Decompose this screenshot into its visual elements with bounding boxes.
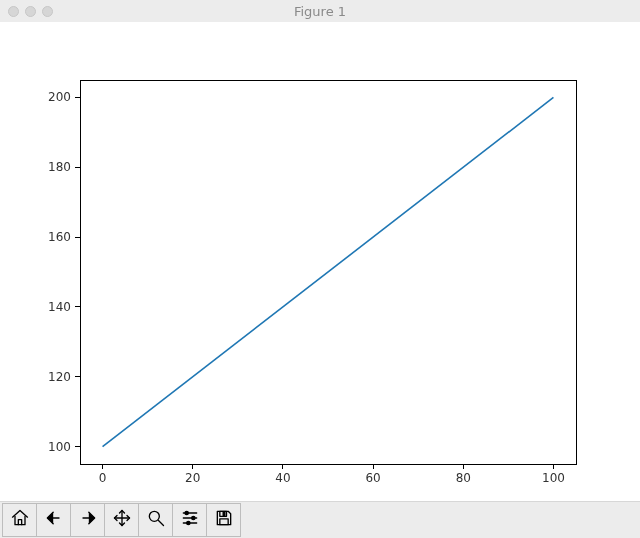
svg-point-14 [185, 511, 188, 514]
chart-area[interactable]: 020406080100 100120140160180200 [0, 22, 640, 502]
y-tick-label: 200 [48, 90, 71, 104]
line-series [103, 97, 554, 446]
configure-subplots-button[interactable] [172, 503, 207, 537]
x-tick-label: 100 [542, 471, 565, 485]
arrow-left-icon [44, 508, 64, 532]
y-tick-label: 180 [48, 160, 71, 174]
y-tick-label: 140 [48, 300, 71, 314]
window-titlebar: Figure 1 [0, 0, 640, 23]
save-icon [214, 508, 234, 532]
sliders-icon [180, 508, 200, 532]
svg-point-13 [149, 511, 159, 521]
arrow-right-icon [78, 508, 98, 532]
pan-button[interactable] [104, 503, 139, 537]
x-tick-label: 60 [365, 471, 380, 485]
back-button[interactable] [36, 503, 71, 537]
y-tick-label: 120 [48, 370, 71, 384]
traffic-light-close[interactable] [8, 6, 19, 17]
home-icon [10, 508, 30, 532]
traffic-light-minimize[interactable] [25, 6, 36, 17]
traffic-light-zoom[interactable] [42, 6, 53, 17]
y-tick-label: 160 [48, 230, 71, 244]
x-tick-label: 80 [456, 471, 471, 485]
svg-rect-18 [223, 512, 225, 515]
window-title: Figure 1 [0, 4, 640, 19]
svg-point-16 [186, 521, 189, 524]
svg-point-15 [191, 516, 194, 519]
x-tick-label: 40 [275, 471, 290, 485]
x-tick-label: 20 [185, 471, 200, 485]
zoom-icon [146, 508, 166, 532]
zoom-button[interactable] [138, 503, 173, 537]
figure-toolbar [0, 501, 640, 538]
move-icon [112, 508, 132, 532]
save-button[interactable] [206, 503, 241, 537]
svg-rect-19 [219, 519, 227, 525]
forward-button[interactable] [70, 503, 105, 537]
y-tick-label: 100 [48, 440, 71, 454]
x-tick-label: 0 [99, 471, 107, 485]
home-button[interactable] [2, 503, 37, 537]
